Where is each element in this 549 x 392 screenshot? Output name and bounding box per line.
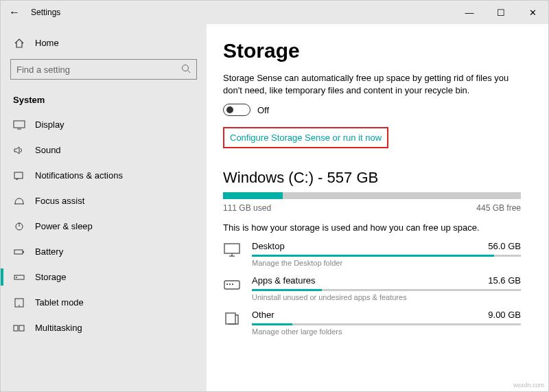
- back-button[interactable]: ←: [1, 6, 28, 19]
- svg-rect-21: [229, 284, 231, 285]
- sidebar-item-focus[interactable]: Focus assist: [1, 188, 207, 214]
- maximize-button[interactable]: ☐: [485, 1, 517, 24]
- category-sub: Manage other large folders: [252, 327, 521, 336]
- sidebar-item-notifications[interactable]: Notifications & actions: [1, 163, 207, 188]
- sidebar-item-storage[interactable]: Storage: [1, 264, 207, 290]
- svg-rect-15: [19, 325, 24, 331]
- svg-rect-20: [226, 284, 228, 285]
- tablet-icon: [13, 298, 25, 308]
- sidebar-item-label: Battery: [35, 246, 63, 257]
- sidebar-item-power[interactable]: Power & sleep: [1, 214, 207, 239]
- svg-rect-22: [232, 284, 233, 285]
- category-apps[interactable]: Apps & features15.6 GB Uninstall unused …: [223, 275, 521, 301]
- svg-rect-2: [14, 121, 25, 128]
- power-icon: [13, 222, 25, 231]
- sidebar-item-tablet[interactable]: Tablet mode: [1, 290, 207, 315]
- svg-rect-8: [14, 250, 23, 254]
- multitasking-icon: [13, 323, 25, 333]
- storage-icon: [13, 273, 25, 282]
- category-size: 9.00 GB: [488, 310, 521, 320]
- drive-used-label: 111 GB used: [223, 203, 271, 213]
- svg-rect-9: [23, 251, 24, 253]
- watermark: wsxdn.com: [513, 382, 544, 389]
- category-other[interactable]: Other9.00 GB Manage other large folders: [223, 310, 521, 336]
- minimize-button[interactable]: —: [454, 1, 485, 24]
- sidebar-item-label: Tablet mode: [35, 297, 84, 308]
- drive-free-label: 445 GB free: [476, 203, 521, 213]
- storage-sense-desc: Storage Sense can automatically free up …: [223, 72, 521, 97]
- battery-icon: [13, 247, 25, 257]
- desktop-icon: [223, 242, 242, 257]
- main-content: Storage Storage Sense can automatically …: [207, 24, 548, 391]
- category-sub: Manage the Desktop folder: [252, 259, 521, 267]
- drive-heading: Windows (C:) - 557 GB: [223, 169, 521, 187]
- search-icon: [181, 64, 191, 76]
- sidebar-item-label: Focus assist: [35, 196, 84, 206]
- sidebar-section-head: System: [1, 89, 207, 112]
- category-sub: Uninstall unused or undesired apps & fea…: [252, 293, 521, 301]
- category-name: Apps & features: [252, 275, 316, 286]
- svg-rect-23: [226, 313, 235, 324]
- category-size: 56.0 GB: [488, 241, 521, 251]
- svg-point-11: [16, 277, 17, 278]
- sidebar-item-label: Notifications & actions: [35, 170, 123, 181]
- search-input[interactable]: Find a setting: [10, 59, 197, 80]
- configure-storage-sense-link[interactable]: Configure Storage Sense or run it now: [223, 127, 388, 148]
- display-icon: [13, 120, 25, 130]
- svg-point-0: [183, 65, 189, 71]
- svg-rect-14: [14, 325, 18, 331]
- home-icon: [13, 38, 25, 48]
- apps-icon: [223, 277, 242, 292]
- sidebar: Home Find a setting System Display Sound…: [1, 24, 207, 391]
- category-name: Desktop: [252, 241, 285, 251]
- svg-rect-16: [224, 244, 240, 253]
- sidebar-item-label: Display: [35, 119, 65, 130]
- toggle-state-label: Off: [257, 105, 269, 115]
- category-name: Other: [252, 310, 274, 320]
- focus-icon: [13, 196, 25, 206]
- sidebar-item-battery[interactable]: Battery: [1, 239, 207, 264]
- search-placeholder: Find a setting: [16, 65, 70, 75]
- breakdown-desc: This is how your storage is used and how…: [223, 222, 521, 233]
- sidebar-item-label: Storage: [35, 272, 67, 282]
- svg-rect-4: [14, 172, 23, 178]
- svg-line-1: [188, 70, 191, 73]
- category-size: 15.6 GB: [488, 275, 521, 286]
- sidebar-item-label: Multitasking: [35, 323, 82, 333]
- page-title: Storage: [223, 39, 521, 62]
- sidebar-item-sound[interactable]: Sound: [1, 137, 207, 163]
- sidebar-item-label: Power & sleep: [35, 221, 93, 231]
- close-button[interactable]: ✕: [517, 1, 548, 24]
- titlebar: ← Settings — ☐ ✕: [1, 1, 548, 24]
- drive-usage-bar: [223, 192, 521, 199]
- sidebar-home[interactable]: Home: [1, 32, 207, 54]
- sidebar-item-label: Sound: [35, 145, 61, 155]
- sidebar-item-display[interactable]: Display: [1, 112, 207, 137]
- storage-sense-toggle[interactable]: [223, 104, 250, 116]
- sidebar-item-multitasking[interactable]: Multitasking: [1, 315, 207, 341]
- window-title: Settings: [28, 8, 454, 17]
- sidebar-home-label: Home: [35, 38, 59, 48]
- category-desktop[interactable]: Desktop56.0 GB Manage the Desktop folder: [223, 241, 521, 267]
- other-icon: [223, 311, 242, 326]
- notifications-icon: [13, 171, 25, 181]
- sound-icon: [13, 146, 25, 155]
